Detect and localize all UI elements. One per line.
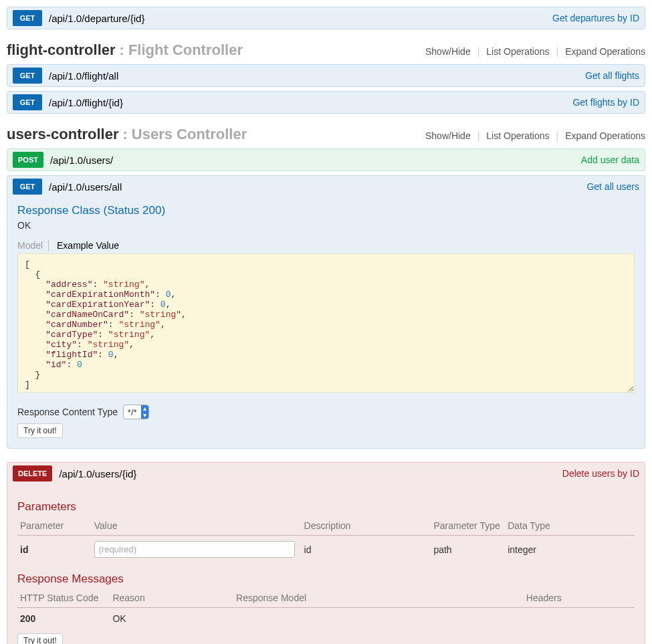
controller-actions: Show/Hide | List Operations | Expand Ope…: [425, 130, 645, 141]
expanded-body: Response Class (Status 200) OK Model Exa…: [7, 197, 645, 448]
endpoint-summary[interactable]: Get all flights: [585, 70, 639, 81]
endpoint-path: /api/1.0/flight/{id}: [49, 97, 123, 108]
endpoint-flight-all[interactable]: GET /api/1.0/flight/all Get all flights: [7, 64, 645, 87]
col-headers: Headers: [524, 590, 635, 608]
response-content-type-select[interactable]: */* ▴▾: [123, 405, 149, 419]
response-messages-title: Response Messages: [17, 572, 635, 586]
endpoint-users-post[interactable]: POST /api/1.0/users/ Add user data: [7, 148, 645, 171]
col-parameter: Parameter: [17, 518, 92, 536]
controller-description: Flight Controller: [128, 41, 243, 59]
param-type: path: [431, 536, 505, 564]
controller-name[interactable]: flight-controller: [7, 41, 116, 59]
response-content-type-label: Response Content Type: [17, 407, 118, 417]
col-value: Value: [92, 518, 302, 536]
endpoint-flight-id[interactable]: GET /api/1.0/flight/{id} Get flights by …: [7, 91, 645, 114]
model-example-tabs: Model Example Value: [17, 240, 635, 251]
expand-operations-link[interactable]: Expand Operations: [565, 46, 645, 57]
col-response-model: Response Model: [233, 590, 524, 608]
select-value: */*: [124, 406, 141, 419]
try-it-out-button[interactable]: Try it out!: [17, 633, 63, 644]
col-parameter-type: Parameter Type: [431, 518, 505, 536]
tab-model[interactable]: Model: [17, 240, 49, 251]
divider: |: [556, 46, 559, 57]
controller-flight-header: flight-controller : Flight Controller Sh…: [7, 41, 645, 59]
response-ok-text: OK: [17, 220, 635, 231]
list-operations-link[interactable]: List Operations: [486, 46, 549, 57]
colon-separator: :: [123, 126, 128, 143]
method-badge-get: GET: [13, 94, 42, 110]
method-badge-delete: DELETE: [13, 465, 52, 481]
col-reason: Reason: [110, 590, 233, 608]
try-it-out-button[interactable]: Try it out!: [17, 423, 63, 438]
endpoint-users-all-expanded: GET /api/1.0/users/all Get all users Res…: [7, 175, 645, 449]
response-class-title: Response Class (Status 200): [17, 204, 635, 217]
endpoint-path: /api/1.0/departure/{id}: [49, 13, 144, 24]
endpoint-summary[interactable]: Add user data: [581, 154, 639, 165]
status-reason: OK: [110, 608, 233, 630]
controller-actions: Show/Hide | List Operations | Expand Ope…: [425, 46, 645, 57]
divider: |: [556, 130, 559, 141]
colon-separator: :: [120, 41, 124, 59]
method-badge-post: POST: [13, 152, 43, 168]
table-row: id id path integer: [17, 536, 635, 564]
method-badge-get: GET: [13, 68, 42, 84]
endpoint-departure-id[interactable]: GET /api/1.0/departure/{id} Get departur…: [7, 7, 645, 29]
showhide-link[interactable]: Show/Hide: [425, 46, 471, 57]
controller-users-header: users-controller : Users Controller Show…: [7, 126, 645, 143]
method-badge-get: GET: [13, 179, 42, 195]
parameters-title: Parameters: [17, 500, 635, 514]
response-content-type-row: Response Content Type */* ▴▾: [17, 405, 635, 419]
chevron-up-down-icon: ▴▾: [141, 405, 148, 419]
tab-example-value[interactable]: Example Value: [51, 240, 119, 251]
endpoint-path: /api/1.0/users/all: [49, 181, 122, 193]
param-description: id: [302, 536, 431, 564]
endpoint-summary[interactable]: Get all users: [586, 181, 639, 192]
col-description: Description: [302, 518, 431, 536]
endpoint-users-all[interactable]: GET /api/1.0/users/all Get all users: [7, 176, 645, 197]
param-data-type: integer: [505, 536, 635, 564]
method-badge-get: GET: [13, 10, 42, 26]
endpoint-users-delete[interactable]: DELETE /api/1.0/users/{id} Delete users …: [7, 463, 645, 484]
showhide-link[interactable]: Show/Hide: [425, 130, 471, 141]
example-json-box[interactable]: [ { "address": "string", "cardExpiration…: [17, 253, 635, 393]
expanded-body: Parameters Parameter Value Description P…: [7, 484, 645, 644]
param-name: id: [17, 536, 92, 564]
col-http-status: HTTP Status Code: [17, 590, 110, 608]
endpoint-users-delete-expanded: DELETE /api/1.0/users/{id} Delete users …: [7, 462, 645, 644]
endpoint-summary[interactable]: Get flights by ID: [572, 97, 639, 108]
divider: |: [477, 46, 480, 57]
status-code: 200: [17, 608, 110, 630]
divider: |: [477, 130, 480, 141]
response-messages-table: HTTP Status Code Reason Response Model H…: [17, 590, 635, 629]
list-operations-link[interactable]: List Operations: [486, 130, 549, 141]
controller-description: Users Controller: [132, 126, 247, 143]
param-value-input[interactable]: [94, 541, 295, 558]
col-data-type: Data Type: [505, 518, 635, 536]
endpoint-path: /api/1.0/users/{id}: [59, 468, 136, 479]
endpoint-summary[interactable]: Get departures by ID: [552, 13, 639, 23]
parameters-table: Parameter Value Description Parameter Ty…: [17, 518, 635, 563]
endpoint-summary[interactable]: Delete users by ID: [562, 468, 639, 479]
controller-name[interactable]: users-controller: [7, 126, 119, 143]
endpoint-path: /api/1.0/users/: [50, 154, 113, 166]
table-row: 200 OK: [17, 608, 635, 630]
expand-operations-link[interactable]: Expand Operations: [565, 130, 645, 141]
endpoint-path: /api/1.0/flight/all: [49, 70, 118, 82]
